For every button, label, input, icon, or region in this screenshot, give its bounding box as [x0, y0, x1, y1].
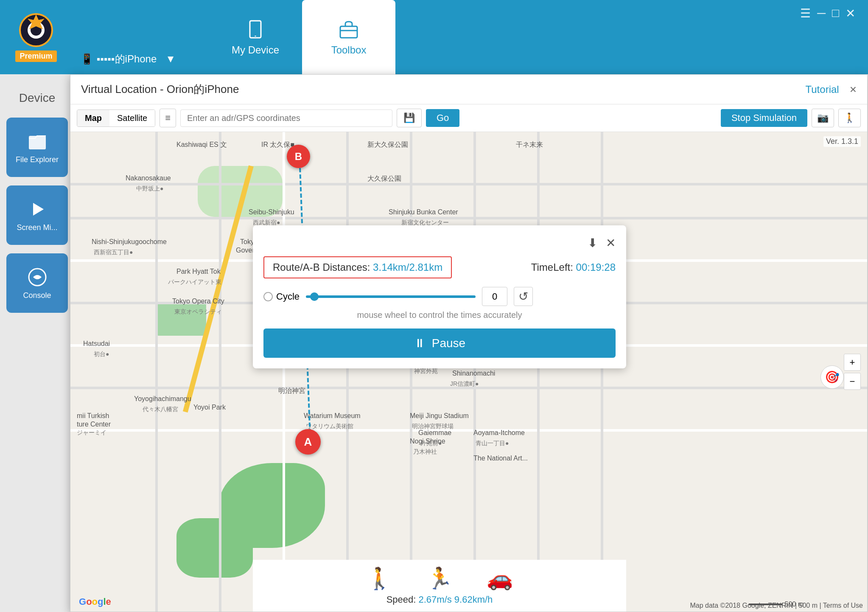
close-window-button[interactable]: ✕ — [846, 6, 855, 20]
window-controls: ☰ ─ □ ✕ — [800, 6, 855, 20]
road-h7 — [70, 429, 867, 432]
cycle-row: Cycle 0 ↺ — [263, 287, 616, 306]
swap-button[interactable]: ↺ — [514, 287, 533, 306]
device-name: ▪▪▪▪▪的iPhone — [97, 52, 160, 66]
road-v7 — [537, 132, 540, 612]
download-icon-button[interactable]: ⬇ — [588, 236, 597, 250]
hamburger-button[interactable]: ☰ — [800, 6, 811, 20]
camera-icon-button[interactable]: 📷 — [812, 109, 834, 127]
marker-b-container: B — [287, 145, 310, 168]
toolbox-tab[interactable]: Toolbox — [302, 0, 395, 74]
route-label: Route/A-B Distances: — [273, 261, 370, 273]
label-hatsudai-jp: 初台● — [94, 351, 109, 358]
sidebar-item-screen-mirror[interactable]: Screen Mi... — [6, 185, 68, 245]
marker-a-container: A — [295, 429, 321, 455]
route-info: Route/A-B Distances: 3.14km/2.81km TimeL… — [263, 256, 616, 278]
svg-marker-9 — [33, 203, 44, 216]
sidebar-item-file-explorer[interactable]: File Explorer — [6, 118, 68, 177]
toolbox-tab-icon — [338, 19, 359, 40]
zoom-out-button[interactable]: − — [844, 373, 861, 390]
device-selector[interactable]: 📱 ▪▪▪▪▪的iPhone ▼ — [72, 52, 188, 74]
park-yoyogi — [176, 518, 253, 578]
road-v3 — [283, 132, 285, 612]
label-hatsudai: Hatsudai — [83, 340, 110, 348]
panel-close-button[interactable]: ✕ — [606, 236, 616, 250]
label-park-hyatt-jp: パークハイアット東 — [168, 278, 221, 286]
device-tab-icon — [245, 19, 266, 40]
my-device-label: My Device — [232, 44, 279, 56]
walk-icon-button[interactable]: 🚶 — [838, 109, 861, 127]
dropdown-arrow-icon: ▼ — [165, 53, 176, 65]
tutorial-link[interactable]: Tutorial — [806, 84, 839, 95]
go-button[interactable]: Go — [426, 109, 459, 127]
pause-button[interactable]: ⏸ Pause — [263, 328, 616, 358]
cycle-count-display: 0 — [482, 287, 507, 306]
svg-rect-6 — [340, 26, 357, 38]
map-toggle-satellite[interactable]: Satellite — [109, 110, 155, 126]
label-turkish-jp: ジャーミイ — [77, 429, 106, 437]
road-h2 — [70, 217, 867, 219]
sidebar-item-console[interactable]: Console — [6, 253, 68, 313]
list-view-button[interactable]: ≡ — [160, 109, 176, 127]
drive-speed-icon[interactable]: 🚗 — [487, 566, 513, 591]
speed-value: 2.67m/s 9.62km/h — [418, 594, 493, 605]
map-toolbar: Map Satellite ≡ 💾 Go Stop Simulation 📷 🚶 — [70, 104, 867, 132]
pause-icon: ⏸ — [414, 336, 426, 350]
label-nishi-jp: 西新宿五丁目● — [94, 249, 133, 256]
park-shinjuku — [155, 302, 206, 336]
map-zoom-controls: + − — [844, 354, 861, 390]
screen-mirror-label: Screen Mi... — [17, 223, 57, 232]
route-distances-box: Route/A-B Distances: 3.14km/2.81km — [263, 256, 452, 278]
cycle-radio: Cycle — [263, 291, 300, 302]
coordinate-input[interactable] — [180, 109, 392, 127]
walk-speed-icon[interactable]: 🚶 — [366, 566, 392, 591]
label-shinanomachi: Shinanomachi — [452, 370, 495, 377]
label-gaien-jp: 神宮外苑 — [414, 368, 438, 375]
top-bar: Premium 📱 ▪▪▪▪▪的iPhone ▼ My Device Toolb… — [0, 0, 868, 74]
label-shinjuku-bunka: Shinjuku Bunka Center — [389, 208, 458, 216]
label-turkish: mii Turkish — [77, 412, 109, 420]
label-okubo: 新大久保公園 — [367, 140, 408, 149]
speed-label: Speed: — [386, 594, 416, 605]
dialog-controls: Tutorial × — [806, 83, 857, 96]
dialog-titlebar: Virtual Location - Orion的iPhone Tutorial… — [70, 75, 867, 104]
label-nogi-jp: 乃木神社 — [413, 448, 437, 456]
label-aoyama: Aoyama-Itchome — [473, 429, 525, 437]
marker-a-circle: A — [295, 429, 321, 455]
map-container[interactable]: Kashiwaqi ES 文 IR 太久保■ 新大久保公園 干ネ末来 Nakan… — [70, 132, 867, 612]
dialog-close-button[interactable]: × — [850, 83, 857, 96]
restore-button[interactable]: □ — [832, 6, 839, 20]
my-device-tab[interactable]: My Device — [209, 0, 302, 74]
map-toggle-map[interactable]: Map — [77, 110, 109, 126]
stop-simulation-button[interactable]: Stop Simulation — [721, 109, 807, 127]
time-left-value: 00:19:28 — [576, 261, 616, 273]
version-text: Ver. 1.3.1 — [823, 136, 861, 147]
save-coordinates-button[interactable]: 💾 — [397, 109, 422, 127]
minimize-button[interactable]: ─ — [817, 6, 826, 20]
sidebar: Device File Explorer Screen Mi... Consol… — [0, 74, 74, 612]
time-left-box: TimeLeft: 00:19:28 — [531, 261, 616, 273]
label-meiji-shrine: 明治神宮 — [278, 387, 305, 396]
label-top-right: 干ネ末来 — [516, 140, 543, 149]
dialog-title: Virtual Location - Orion的iPhone — [81, 82, 239, 97]
nav-tabs: My Device Toolbox — [209, 0, 395, 74]
speed-icons: 🚶 🏃 🚗 — [366, 566, 513, 591]
label-aoyama-jp: 青山一丁目● — [476, 440, 509, 447]
label-national-art: The National Art... — [473, 455, 528, 462]
zoom-in-button[interactable]: + — [844, 354, 861, 371]
label-gaiemmae: Gaiemmae — [418, 429, 451, 437]
app-icon — [18, 12, 54, 48]
cycle-slider[interactable] — [306, 295, 476, 298]
label-nakanosakaue: Nakanosakaue — [126, 174, 171, 182]
speed-bar: 🚶 🏃 🚗 Speed: 2.67m/s 9.62km/h — [253, 560, 626, 612]
map-background: Kashiwaqi ES 文 IR 太久保■ 新大久保公園 干ネ末来 Nakan… — [70, 132, 867, 612]
road-v4 — [346, 132, 349, 612]
cycle-radio-button[interactable] — [263, 292, 273, 301]
run-speed-icon[interactable]: 🏃 — [426, 566, 453, 591]
device-icon: 📱 — [81, 53, 93, 65]
label-yoyogi-hachimangu-jp: 代々木八幡宮 — [143, 406, 178, 413]
streetview-icon[interactable]: 🎯 — [820, 365, 844, 389]
road-v1 — [155, 132, 158, 612]
label-opera-city-jp: 東京オペラシティ — [174, 308, 222, 316]
svg-rect-4 — [250, 21, 261, 38]
